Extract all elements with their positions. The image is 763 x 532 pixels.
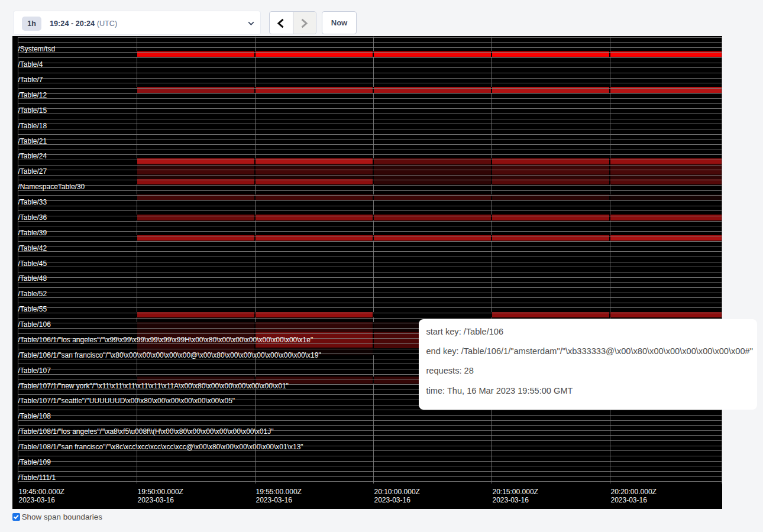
- svg-text:19:50:00.000Z: 19:50:00.000Z: [138, 488, 183, 496]
- svg-text:/Table/12: /Table/12: [18, 91, 47, 99]
- svg-text:/Table/107: /Table/107: [18, 366, 51, 375]
- svg-text:/Table/7: /Table/7: [18, 76, 43, 84]
- svg-text:/Table/52: /Table/52: [18, 290, 47, 298]
- svg-text:/Table/55: /Table/55: [18, 305, 47, 313]
- svg-text:/Table/106: /Table/106: [18, 320, 51, 329]
- svg-text:20:10:00.000Z: 20:10:00.000Z: [374, 488, 420, 496]
- svg-text:/Table/48: /Table/48: [18, 274, 47, 283]
- svg-text:20:15:00.000Z: 20:15:00.000Z: [493, 488, 538, 496]
- svg-text:/System/tsd: /System/tsd: [18, 45, 56, 53]
- svg-text:20:20:00.000Z: 20:20:00.000Z: [611, 488, 657, 496]
- svg-text:19:55:00.000Z: 19:55:00.000Z: [256, 488, 302, 496]
- svg-text:2023-03-16: 2023-03-16: [138, 496, 174, 504]
- svg-text:/Table/36: /Table/36: [18, 213, 47, 222]
- svg-text:/NamespaceTable/30: /NamespaceTable/30: [18, 183, 85, 191]
- svg-text:/Table/4: /Table/4: [18, 60, 43, 69]
- svg-text:/Table/107/1/"seattle"/"UUUUUU: /Table/107/1/"seattle"/"UUUUUUD\x00\x80\…: [18, 397, 235, 405]
- svg-text:2023-03-16: 2023-03-16: [493, 496, 529, 504]
- svg-text:/Table/21: /Table/21: [18, 137, 47, 145]
- svg-text:/Table/27: /Table/27: [18, 167, 47, 176]
- svg-text:/Table/107/1/"new york"/"\x11\: /Table/107/1/"new york"/"\x11\x11\x11\x1…: [18, 382, 289, 390]
- svg-text:/Table/108/1/"los angeles"/"\x: /Table/108/1/"los angeles"/"\xa8\xf5\u00…: [18, 427, 274, 436]
- svg-text:/Table/18: /Table/18: [18, 122, 47, 130]
- svg-text:/Table/15: /Table/15: [18, 106, 47, 115]
- svg-text:/Table/108/1/"san francisco"/": /Table/108/1/"san francisco"/"\x8c\xcc\x…: [18, 443, 303, 451]
- svg-text:2023-03-16: 2023-03-16: [19, 496, 56, 504]
- svg-text:/Table/39: /Table/39: [18, 229, 47, 237]
- svg-text:2023-03-16: 2023-03-16: [256, 496, 293, 504]
- svg-text:/Table/108: /Table/108: [18, 412, 51, 420]
- svg-text:/Table/24: /Table/24: [18, 152, 47, 160]
- svg-text:19:45:00.000Z: 19:45:00.000Z: [19, 488, 64, 496]
- svg-text:/Table/42: /Table/42: [18, 244, 47, 252]
- svg-text:/Table/45: /Table/45: [18, 259, 47, 268]
- svg-text:/Table/106/1/"los angeles"/"\x: /Table/106/1/"los angeles"/"\x99\x99\x99…: [18, 336, 313, 344]
- svg-text:2023-03-16: 2023-03-16: [611, 496, 648, 504]
- svg-text:2023-03-16: 2023-03-16: [374, 496, 411, 504]
- svg-text:/Table/111/1: /Table/111/1: [18, 473, 56, 482]
- svg-text:/Table/106/1/"san francisco"/": /Table/106/1/"san francisco"/"\x80\x00\x…: [18, 351, 321, 359]
- svg-text:/Table/109: /Table/109: [18, 458, 51, 466]
- svg-text:/Table/33: /Table/33: [18, 198, 47, 206]
